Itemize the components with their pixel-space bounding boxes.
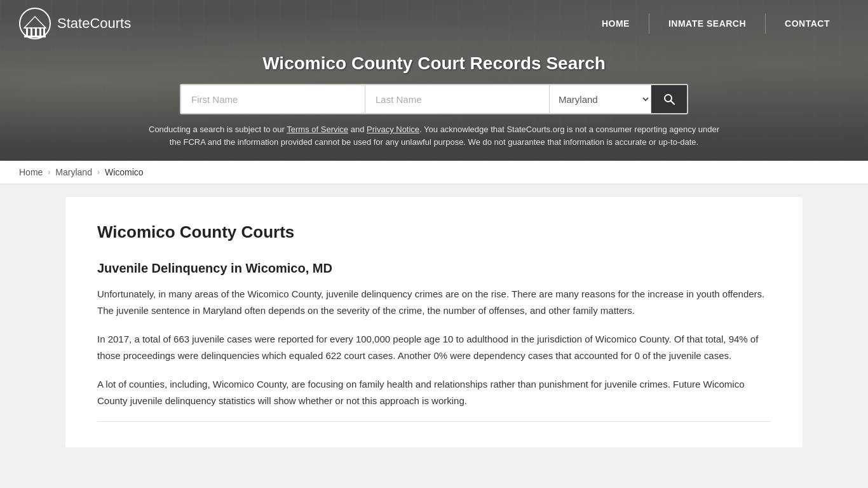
svg-rect-4 (35, 28, 37, 36)
breadcrumb-state[interactable]: Maryland (55, 167, 92, 177)
svg-rect-12 (42, 27, 45, 29)
search-icon (663, 93, 675, 105)
search-section: Wicomico County Court Records Search Sel… (0, 47, 868, 161)
breadcrumb-home[interactable]: Home (19, 167, 43, 177)
content-divider (97, 421, 771, 422)
svg-rect-7 (24, 36, 46, 37)
content-card: Wicomico County Courts Juvenile Delinque… (65, 197, 803, 447)
svg-rect-6 (43, 28, 45, 36)
svg-rect-3 (31, 28, 32, 36)
main-wrapper: Wicomico County Courts Juvenile Delinque… (0, 184, 868, 460)
logo-icon (19, 8, 51, 39)
nav-contact[interactable]: CONTACT (765, 13, 849, 34)
svg-rect-9 (29, 27, 32, 29)
logo-text: StateCourts (57, 15, 131, 32)
svg-rect-10 (34, 27, 37, 29)
last-name-input[interactable] (365, 85, 550, 113)
paragraph-3: A lot of counties, including, Wicomico C… (97, 376, 771, 409)
nav-bar: StateCourts HOME INMATE SEARCH CONTACT (0, 0, 868, 47)
svg-rect-11 (38, 27, 41, 29)
svg-line-14 (671, 101, 675, 105)
disclaimer: Conducting a search is subject to our Te… (148, 123, 720, 148)
header: StateCourts HOME INMATE SEARCH CONTACT W… (0, 0, 868, 161)
svg-marker-1 (24, 17, 46, 28)
nav-links: HOME INMATE SEARCH CONTACT (583, 13, 849, 34)
breadcrumb: Home › Maryland › Wicomico (0, 161, 868, 184)
logo[interactable]: StateCourts (19, 8, 131, 39)
breadcrumb-sep-1: › (48, 168, 50, 177)
paragraph-2: In 2017, a total of 663 juvenile cases w… (97, 331, 771, 363)
search-bar: Select State AlabamaAlaskaArizona Arkans… (180, 84, 688, 114)
breadcrumb-county: Wicomico (105, 167, 144, 177)
nav-inmate-search[interactable]: INMATE SEARCH (649, 13, 765, 34)
paragraph-1: Unfortunately, in many areas of the Wico… (97, 286, 771, 318)
first-name-input[interactable] (181, 85, 365, 113)
nav-home[interactable]: HOME (583, 13, 649, 34)
privacy-link[interactable]: Privacy Notice (367, 125, 419, 134)
svg-rect-2 (26, 28, 28, 36)
header-content: StateCourts HOME INMATE SEARCH CONTACT W… (0, 0, 868, 161)
main-heading: Wicomico County Courts (97, 222, 771, 242)
tos-link[interactable]: Terms of Service (287, 125, 348, 134)
search-button[interactable] (651, 85, 687, 113)
section-heading: Juvenile Delinquency in Wicomico, MD (97, 261, 771, 276)
svg-rect-5 (39, 28, 41, 36)
page-title: Wicomico County Court Records Search (13, 53, 855, 74)
breadcrumb-sep-2: › (97, 168, 100, 177)
state-select[interactable]: Select State AlabamaAlaskaArizona Arkans… (550, 85, 651, 113)
svg-rect-8 (25, 27, 28, 29)
